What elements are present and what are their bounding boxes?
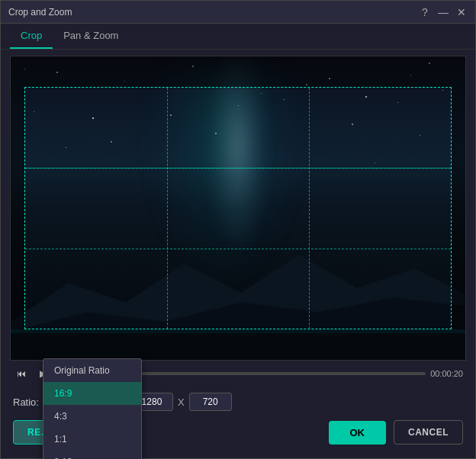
dropdown-item-16-9[interactable]: 16:9: [43, 382, 141, 405]
crop-grid-h2: [25, 249, 451, 249]
dropdown-item-1-1[interactable]: 1:1: [43, 428, 141, 451]
dropdown-item-4-3[interactable]: 4:3: [43, 405, 141, 428]
progress-bar[interactable]: [136, 372, 426, 375]
ratio-dropdown-menu: Original Ratio 16:9 4:3 1:1 9:16 Custom: [43, 358, 142, 458]
window-title: Crop and Zoom: [8, 7, 419, 18]
minimize-button[interactable]: —: [437, 6, 449, 18]
help-icon: ?: [422, 7, 428, 18]
tab-pan-zoom[interactable]: Pan & Zoom: [53, 24, 129, 49]
close-icon: ✕: [457, 7, 466, 18]
skip-back-icon: ⏮: [17, 368, 26, 379]
dimension-separator: X: [178, 396, 185, 408]
crop-dim-top: [11, 56, 465, 87]
height-input[interactable]: [189, 393, 232, 411]
close-button[interactable]: ✕: [455, 6, 468, 18]
title-bar-controls: ? — ✕: [419, 6, 468, 18]
skip-back-button[interactable]: ⏮: [13, 365, 30, 382]
tab-bar: Crop Pan & Zoom: [1, 24, 475, 50]
dropdown-item-9-16[interactable]: 9:16: [43, 451, 141, 458]
video-background: [11, 56, 465, 360]
tab-crop[interactable]: Crop: [10, 24, 53, 49]
cancel-button[interactable]: CANCEL: [394, 420, 463, 445]
dimension-inputs: X: [130, 393, 232, 411]
crop-dim-bottom: [11, 329, 465, 360]
ok-button[interactable]: OK: [329, 421, 387, 445]
dropdown-item-original[interactable]: Original Ratio: [43, 359, 141, 382]
crop-grid-h1: [25, 168, 451, 169]
crop-dim-right: [452, 87, 465, 329]
crop-overlay[interactable]: [24, 87, 452, 329]
crop-grid-v2: [309, 88, 310, 329]
ratio-label: Ratio:: [13, 396, 39, 408]
total-time: 00:00:20: [430, 369, 463, 378]
content-area: ⏮ ▶ ▶ ■ 00:00:00 00:00:20 Ratio: 16: [1, 50, 475, 458]
crop-and-zoom-window: Crop and Zoom ? — ✕ Crop Pan & Zoom: [0, 0, 476, 459]
title-bar: Crop and Zoom ? — ✕: [1, 1, 475, 24]
video-preview: [10, 56, 466, 361]
help-button[interactable]: ?: [419, 6, 431, 18]
crop-dim-left: [11, 87, 24, 329]
crop-grid-v1: [167, 88, 168, 329]
minimize-icon: —: [438, 7, 449, 18]
